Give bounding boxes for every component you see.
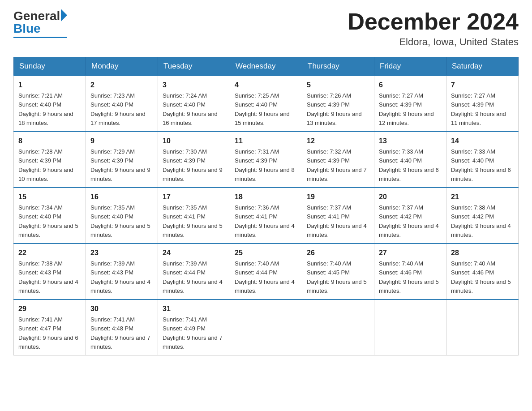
day-info: Sunrise: 7:27 AMSunset: 4:39 PMDaylight:… — [379, 92, 434, 126]
calendar-cell: 25Sunrise: 7:40 AMSunset: 4:44 PMDayligh… — [230, 244, 302, 300]
calendar-cell: 30Sunrise: 7:41 AMSunset: 4:48 PMDayligh… — [86, 300, 158, 355]
day-number: 3 — [163, 80, 225, 90]
day-number: 18 — [235, 192, 297, 202]
calendar-cell: 20Sunrise: 7:37 AMSunset: 4:42 PMDayligh… — [374, 188, 446, 244]
day-number: 17 — [163, 192, 225, 202]
day-number: 4 — [235, 80, 297, 90]
day-number: 25 — [235, 248, 297, 258]
day-info: Sunrise: 7:38 AMSunset: 4:42 PMDaylight:… — [451, 204, 511, 238]
day-info: Sunrise: 7:26 AMSunset: 4:39 PMDaylight:… — [307, 92, 362, 126]
day-header-sunday: Sunday — [14, 57, 86, 76]
day-number: 11 — [235, 136, 297, 146]
calendar-cell: 23Sunrise: 7:39 AMSunset: 4:43 PMDayligh… — [86, 244, 158, 300]
day-header-friday: Friday — [374, 57, 446, 76]
calendar-cell: 19Sunrise: 7:37 AMSunset: 4:41 PMDayligh… — [302, 188, 374, 244]
days-header-row: SundayMondayTuesdayWednesdayThursdayFrid… — [14, 57, 519, 76]
week-row-2: 8Sunrise: 7:28 AMSunset: 4:39 PMDaylight… — [14, 132, 519, 188]
day-number: 13 — [379, 136, 442, 146]
calendar-cell: 5Sunrise: 7:26 AMSunset: 4:39 PMDaylight… — [302, 76, 374, 132]
day-number: 27 — [379, 248, 442, 258]
day-number: 8 — [18, 136, 81, 146]
calendar-cell: 21Sunrise: 7:38 AMSunset: 4:42 PMDayligh… — [446, 188, 519, 244]
day-info: Sunrise: 7:39 AMSunset: 4:43 PMDaylight:… — [90, 260, 150, 294]
calendar-cell: 29Sunrise: 7:41 AMSunset: 4:47 PMDayligh… — [14, 300, 86, 355]
calendar-cell: 2Sunrise: 7:23 AMSunset: 4:40 PMDaylight… — [86, 76, 158, 132]
week-row-1: 1Sunrise: 7:21 AMSunset: 4:40 PMDaylight… — [14, 76, 519, 132]
logo-underline — [13, 37, 67, 38]
day-info: Sunrise: 7:31 AMSunset: 4:39 PMDaylight:… — [235, 148, 295, 182]
day-info: Sunrise: 7:21 AMSunset: 4:40 PMDaylight:… — [18, 92, 73, 126]
calendar-cell — [374, 300, 446, 355]
day-info: Sunrise: 7:40 AMSunset: 4:44 PMDaylight:… — [235, 260, 295, 294]
day-header-tuesday: Tuesday — [158, 57, 230, 76]
logo-blue-text: Blue — [13, 21, 41, 36]
day-info: Sunrise: 7:36 AMSunset: 4:41 PMDaylight:… — [235, 204, 295, 238]
day-info: Sunrise: 7:33 AMSunset: 4:40 PMDaylight:… — [379, 148, 439, 182]
calendar-cell: 3Sunrise: 7:24 AMSunset: 4:40 PMDaylight… — [158, 76, 230, 132]
day-info: Sunrise: 7:40 AMSunset: 4:46 PMDaylight:… — [451, 260, 511, 294]
day-number: 6 — [379, 80, 442, 90]
day-number: 19 — [307, 192, 369, 202]
calendar-cell: 22Sunrise: 7:38 AMSunset: 4:43 PMDayligh… — [14, 244, 86, 300]
day-number: 29 — [18, 304, 81, 314]
day-header-thursday: Thursday — [302, 57, 374, 76]
calendar-cell: 28Sunrise: 7:40 AMSunset: 4:46 PMDayligh… — [446, 244, 519, 300]
day-number: 26 — [307, 248, 369, 258]
day-number: 7 — [451, 80, 514, 90]
calendar-cell — [302, 300, 374, 355]
calendar-cell: 11Sunrise: 7:31 AMSunset: 4:39 PMDayligh… — [230, 132, 302, 188]
calendar-cell: 12Sunrise: 7:32 AMSunset: 4:39 PMDayligh… — [302, 132, 374, 188]
calendar-cell: 8Sunrise: 7:28 AMSunset: 4:39 PMDaylight… — [14, 132, 86, 188]
week-row-5: 29Sunrise: 7:41 AMSunset: 4:47 PMDayligh… — [14, 300, 519, 355]
calendar-cell: 18Sunrise: 7:36 AMSunset: 4:41 PMDayligh… — [230, 188, 302, 244]
day-info: Sunrise: 7:35 AMSunset: 4:41 PMDaylight:… — [163, 204, 223, 238]
calendar-cell: 31Sunrise: 7:41 AMSunset: 4:49 PMDayligh… — [158, 300, 230, 355]
calendar-cell: 13Sunrise: 7:33 AMSunset: 4:40 PMDayligh… — [374, 132, 446, 188]
calendar-table: SundayMondayTuesdayWednesdayThursdayFrid… — [13, 57, 519, 355]
day-number: 14 — [451, 136, 514, 146]
calendar-cell: 17Sunrise: 7:35 AMSunset: 4:41 PMDayligh… — [158, 188, 230, 244]
day-number: 24 — [163, 248, 225, 258]
calendar-cell: 9Sunrise: 7:29 AMSunset: 4:39 PMDaylight… — [86, 132, 158, 188]
week-row-3: 15Sunrise: 7:34 AMSunset: 4:40 PMDayligh… — [14, 188, 519, 244]
calendar-cell: 27Sunrise: 7:40 AMSunset: 4:46 PMDayligh… — [374, 244, 446, 300]
day-info: Sunrise: 7:32 AMSunset: 4:39 PMDaylight:… — [307, 148, 367, 182]
calendar-cell: 1Sunrise: 7:21 AMSunset: 4:40 PMDaylight… — [14, 76, 86, 132]
day-info: Sunrise: 7:30 AMSunset: 4:39 PMDaylight:… — [163, 148, 223, 182]
day-info: Sunrise: 7:28 AMSunset: 4:39 PMDaylight:… — [18, 148, 73, 182]
day-info: Sunrise: 7:23 AMSunset: 4:40 PMDaylight:… — [90, 92, 146, 126]
logo: General Blue — [13, 9, 67, 38]
calendar-cell: 14Sunrise: 7:33 AMSunset: 4:40 PMDayligh… — [446, 132, 519, 188]
calendar-cell: 7Sunrise: 7:27 AMSunset: 4:39 PMDaylight… — [446, 76, 519, 132]
day-number: 20 — [379, 192, 442, 202]
day-info: Sunrise: 7:34 AMSunset: 4:40 PMDaylight:… — [18, 204, 78, 238]
title-area: December 2024 Eldora, Iowa, United State… — [348, 9, 519, 48]
day-info: Sunrise: 7:39 AMSunset: 4:44 PMDaylight:… — [163, 260, 223, 294]
calendar-cell: 6Sunrise: 7:27 AMSunset: 4:39 PMDaylight… — [374, 76, 446, 132]
calendar-cell — [230, 300, 302, 355]
day-number: 9 — [90, 136, 153, 146]
calendar-cell: 26Sunrise: 7:40 AMSunset: 4:45 PMDayligh… — [302, 244, 374, 300]
calendar-cell: 15Sunrise: 7:34 AMSunset: 4:40 PMDayligh… — [14, 188, 86, 244]
day-number: 5 — [307, 80, 369, 90]
day-info: Sunrise: 7:38 AMSunset: 4:43 PMDaylight:… — [18, 260, 78, 294]
day-info: Sunrise: 7:35 AMSunset: 4:40 PMDaylight:… — [90, 204, 150, 238]
calendar-cell: 10Sunrise: 7:30 AMSunset: 4:39 PMDayligh… — [158, 132, 230, 188]
calendar-cell — [446, 300, 519, 355]
day-info: Sunrise: 7:40 AMSunset: 4:46 PMDaylight:… — [379, 260, 439, 294]
day-info: Sunrise: 7:37 AMSunset: 4:42 PMDaylight:… — [379, 204, 439, 238]
location-title: Eldora, Iowa, United States — [348, 36, 519, 48]
day-number: 23 — [90, 248, 153, 258]
day-number: 1 — [18, 80, 81, 90]
day-number: 15 — [18, 192, 81, 202]
day-number: 10 — [163, 136, 225, 146]
day-number: 21 — [451, 192, 514, 202]
month-title: December 2024 — [348, 9, 519, 34]
day-info: Sunrise: 7:29 AMSunset: 4:39 PMDaylight:… — [90, 148, 150, 182]
calendar-cell: 4Sunrise: 7:25 AMSunset: 4:40 PMDaylight… — [230, 76, 302, 132]
day-header-wednesday: Wednesday — [230, 57, 302, 76]
day-number: 31 — [163, 304, 225, 314]
day-number: 28 — [451, 248, 514, 258]
day-number: 22 — [18, 248, 81, 258]
calendar-cell: 16Sunrise: 7:35 AMSunset: 4:40 PMDayligh… — [86, 188, 158, 244]
